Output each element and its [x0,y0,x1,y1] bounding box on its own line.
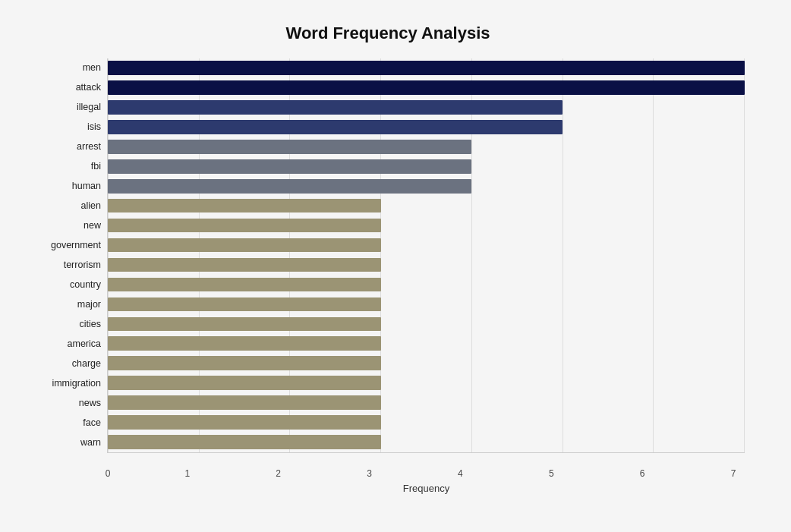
bar-men [108,61,745,75]
x-axis-label: Frequency [403,483,449,494]
bar-row-charge [108,354,745,373]
x-tick-1: 1 [176,468,199,479]
bar-human [108,179,471,194]
y-axis: menattackillegalisisarrestfbihumanalienn… [31,58,107,453]
bar-row-country [108,275,745,294]
y-label-country: country [31,280,101,290]
y-label-arrest: arrest [31,142,101,152]
plot-area: 01234567 Frequency [107,58,745,453]
bar-cities [108,317,381,332]
bar-row-fbi [108,156,745,176]
bar-country [108,278,381,292]
bar-warn [108,435,381,449]
bar-row-human [108,176,745,196]
bar-immigration [108,376,381,390]
bar-row-alien [108,196,745,216]
bar-government [108,238,381,253]
y-label-america: america [31,339,101,349]
bar-row-face [108,413,745,433]
y-label-terrorism: terrorism [31,260,101,270]
chart-container: Word Frequency Analysis menattackillegal… [16,8,775,524]
chart-area: menattackillegalisisarrestfbihumanalienn… [31,58,745,453]
bar-major [108,297,381,312]
y-label-warn: warn [31,438,101,448]
y-label-immigration: immigration [31,379,101,389]
bar-row-isis [108,117,745,137]
x-tick-5: 5 [540,468,563,479]
bar-terrorism [108,258,381,272]
bar-new [108,219,381,233]
y-label-new: new [31,221,101,231]
x-tick-2: 2 [267,468,290,479]
bar-row-attack [108,77,745,97]
y-label-attack: attack [31,83,101,93]
y-label-isis: isis [31,122,101,132]
bar-row-cities [108,314,745,334]
y-label-cities: cities [31,320,101,329]
y-label-fbi: fbi [31,162,101,172]
x-tick-0: 0 [96,468,119,479]
x-tick-7: 7 [722,468,745,479]
bar-fbi [108,159,471,174]
y-label-news: news [31,398,101,408]
bar-america [108,336,381,351]
bar-illegal [108,100,563,115]
y-label-illegal: illegal [31,102,101,112]
x-tick-6: 6 [631,468,654,479]
bar-row-news [108,393,745,413]
y-label-human: human [31,181,101,191]
bar-row-terrorism [108,255,745,275]
bar-row-immigration [108,373,745,393]
y-label-charge: charge [31,359,101,369]
bar-row-men [108,58,745,78]
bar-row-america [108,334,745,354]
bar-alien [108,199,381,213]
bar-news [108,395,381,410]
bar-row-government [108,235,745,255]
x-tick-3: 3 [358,468,381,479]
y-label-government: government [31,241,101,250]
y-label-major: major [31,300,101,310]
bar-row-major [108,294,745,314]
bar-isis [108,120,563,134]
bar-row-arrest [108,137,745,156]
chart-title: Word Frequency Analysis [31,24,745,43]
bar-row-new [108,216,745,235]
bar-row-illegal [108,97,745,117]
y-label-alien: alien [31,201,101,211]
x-tick-4: 4 [449,468,471,479]
bar-attack [108,80,745,95]
bar-face [108,415,381,430]
y-label-face: face [31,418,101,428]
y-label-men: men [31,63,101,73]
bar-charge [108,356,381,370]
bar-arrest [108,140,471,154]
bar-row-warn [108,433,745,452]
